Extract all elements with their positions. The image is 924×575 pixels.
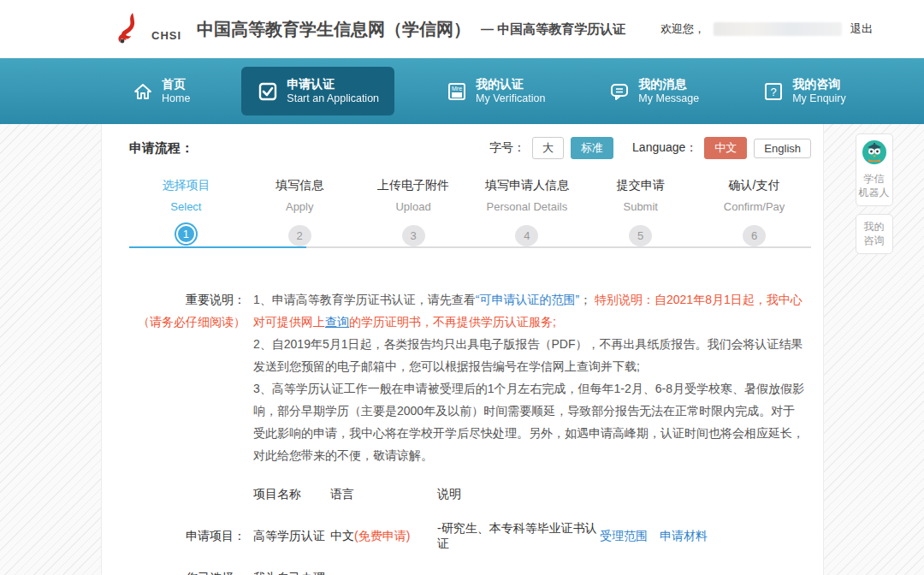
my-enquiry-button[interactable]: 我的 咨询 <box>856 214 893 254</box>
font-size-label: 字号： <box>489 140 525 156</box>
lang-english-button[interactable]: English <box>754 139 811 158</box>
document-icon: Mre <box>446 80 468 103</box>
step-circle: 4 <box>515 225 538 246</box>
nav-label-zh: 我的咨询 <box>792 77 846 92</box>
progress-steps: 选择项目 Select 1 填写信息 Apply 2 上传电子附件 Upload… <box>129 176 811 266</box>
steps-line-cyan <box>129 246 306 248</box>
site-header: CHSI 中国高等教育学生信息网（学信网） — 中国高等教育学历认证 欢迎您， … <box>0 0 924 58</box>
col-header-description: 说明 <box>437 487 600 502</box>
font-large-button[interactable]: 大 <box>532 137 564 159</box>
language-label: Language： <box>632 140 697 156</box>
robot-label-line1: 学信 <box>859 172 890 186</box>
step-en-label: Select <box>170 200 201 213</box>
step-circle: 5 <box>629 225 652 246</box>
step-confirm-pay: 确认/支付 Confirm/Pay 6 <box>697 176 811 266</box>
nav-label-en: Start an Application <box>287 92 379 105</box>
note1-separator: ； <box>579 293 591 306</box>
user-area: 欢迎您， 退出 <box>660 21 873 37</box>
free-application-note: (免费申请) <box>354 529 410 542</box>
home-icon <box>132 80 154 103</box>
chsi-bird-logo-icon <box>116 12 145 46</box>
nav-label-zh: 我的消息 <box>638 77 699 92</box>
message-icon <box>608 80 631 103</box>
nav-label-zh: 首页 <box>162 77 190 92</box>
main-navigation: 首页Home 申请认证Start an Application Mre 我的认证… <box>0 58 924 124</box>
nav-label-en: My Message <box>638 92 699 105</box>
step-personal-details: 填写申请人信息 Personal Details 4 <box>470 176 583 266</box>
step-circle: 2 <box>288 225 311 246</box>
lang-chinese-button[interactable]: 中文 <box>704 137 747 159</box>
question-icon: ? <box>762 80 785 103</box>
welcome-text: 欢迎您， <box>660 21 705 37</box>
right-sidebar: 学信 机器人 我的 咨询 <box>824 124 924 575</box>
step-select: 选择项目 Select 1 <box>129 176 243 266</box>
logout-link[interactable]: 退出 <box>850 21 873 37</box>
nav-label-zh: 我的认证 <box>476 77 545 92</box>
enquiry-label-line1: 我的 <box>859 220 890 234</box>
application-materials-link[interactable]: 申请材料 <box>660 529 708 544</box>
robot-label-line2: 机器人 <box>859 186 890 199</box>
project-name-value: 高等学历认证 <box>253 529 330 544</box>
chsi-logo[interactable]: CHSI 中国高等教育学生信息网（学信网） — 中国高等教育学历认证 <box>116 12 625 46</box>
redacted-username <box>714 22 842 36</box>
step-submit: 提交申请 Submit 5 <box>583 176 697 266</box>
site-subtitle: — 中国高等教育学历认证 <box>481 21 625 38</box>
language-value: 中文 <box>330 529 354 542</box>
display-controls: 字号： 大 标准 Language： 中文 English <box>489 137 811 159</box>
nav-label-en: My Verification <box>476 92 545 105</box>
acceptance-scope-link[interactable]: 受理范围 <box>600 529 648 544</box>
step-en-label: Confirm/Pay <box>724 200 785 213</box>
note-item-3: 3、高等学历认证工作一般在申请被受理后的1个月左右完成，但每年1-2月、6-8月… <box>253 377 806 466</box>
note1-prefix: 1、申请高等教育学历证书认证，请先查看 <box>253 293 476 306</box>
selection-value: 我为自己办理 <box>253 571 325 575</box>
project-description-value: -研究生、本专科等毕业证书认证 <box>437 521 600 552</box>
note1-red-tail: 的学历证明书，不再提供学历认证服务; <box>349 315 556 329</box>
chsi-robot-button[interactable]: 学信 机器人 <box>856 133 893 206</box>
project-row-label: 申请项目： <box>129 529 253 544</box>
page-title: 申请流程： <box>129 140 193 157</box>
nav-item-home[interactable]: 首页Home <box>120 68 202 114</box>
step-circle: 6 <box>743 225 766 246</box>
step-apply: 填写信息 Apply 2 <box>243 176 357 266</box>
note-item-2: 2、自2019年5月1日起，各类报告均只出具电子版报告（PDF），不再出具纸质报… <box>253 333 806 377</box>
step-zh-label: 填写申请人信息 <box>485 178 569 193</box>
step-en-label: Apply <box>286 200 314 213</box>
selection-label: 您已选择： <box>129 571 253 575</box>
col-header-language: 语言 <box>330 487 437 502</box>
svg-text:?: ? <box>771 86 777 98</box>
enquiry-label-line2: 咨询 <box>859 234 890 247</box>
content-panel: 申请流程： 字号： 大 标准 Language： 中文 English 选择项目… <box>101 124 824 575</box>
step-en-label: Submit <box>623 200 657 213</box>
nav-label-en: Home <box>162 92 190 105</box>
project-language-value: 中文(免费申请) <box>330 529 437 544</box>
step-zh-label: 选择项目 <box>162 178 210 193</box>
nav-label-en: My Enquiry <box>792 92 846 105</box>
important-notes: 重要说明： （请务必仔细阅读） 1、申请高等教育学历证书认证，请先查看“可申请认… <box>129 288 811 466</box>
nav-item-my-message[interactable]: 我的消息My Message <box>596 68 711 114</box>
step-circle: 1 <box>176 224 196 244</box>
nav-item-my-enquiry[interactable]: ? 我的咨询My Enquiry <box>750 68 858 114</box>
step-zh-label: 确认/支付 <box>729 178 780 193</box>
selection-row: 您已选择： 我为自己办理 <box>129 571 811 575</box>
step-upload: 上传电子附件 Upload 3 <box>357 176 471 266</box>
nav-item-my-verification[interactable]: Mre 我的认证My Verification <box>434 68 557 114</box>
project-table-header: 项目名称 语言 说明 <box>129 487 811 502</box>
robot-avatar-icon <box>862 139 887 165</box>
nav-item-start-application[interactable]: 申请认证Start an Application <box>241 67 394 116</box>
chsi-logo-text: CHSI <box>151 29 181 42</box>
workspace: 申请流程： 字号： 大 标准 Language： 中文 English 选择项目… <box>0 124 924 575</box>
online-query-link[interactable]: 查询 <box>325 315 349 329</box>
step-zh-label: 上传电子附件 <box>377 178 449 193</box>
step-circle: 3 <box>402 225 425 246</box>
notes-title: 重要说明： <box>129 288 246 311</box>
note-item-1: 1、申请高等教育学历证书认证，请先查看“可申请认证的范围”； 特别说明：自202… <box>253 288 806 333</box>
step-zh-label: 填写信息 <box>275 178 323 193</box>
project-row: 申请项目： 高等学历认证 中文(免费申请) -研究生、本专科等毕业证书认证 受理… <box>129 521 811 552</box>
nav-label-zh: 申请认证 <box>287 77 379 92</box>
col-header-project-name: 项目名称 <box>253 487 330 502</box>
step-en-label: Upload <box>395 200 430 213</box>
scope-of-verification-link[interactable]: “可申请认证的范围” <box>476 293 579 306</box>
svg-text:Mre: Mre <box>452 86 462 92</box>
notes-must-read: （请务必仔细阅读） <box>129 311 246 333</box>
font-standard-button[interactable]: 标准 <box>571 137 613 159</box>
